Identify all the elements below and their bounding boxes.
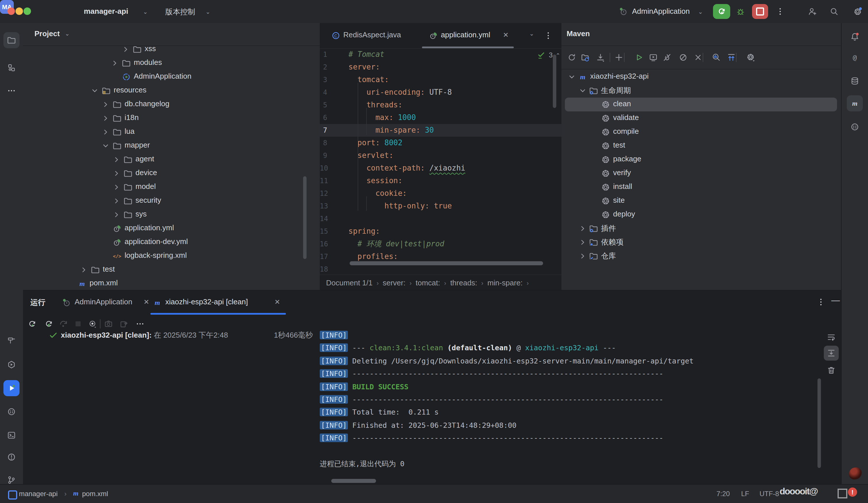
maven-tree-item[interactable]: package — [561, 153, 841, 166]
build-icon[interactable] — [3, 332, 20, 349]
code-line[interactable]: 4 uri-encoding: UTF-8 — [320, 86, 561, 99]
play-button[interactable] — [634, 53, 643, 62]
code-line[interactable]: 11 session: — [320, 175, 561, 187]
maven-tree-item[interactable]: test — [561, 139, 841, 153]
chevron-right-icon[interactable] — [79, 265, 89, 275]
gradle-icon[interactable] — [847, 119, 863, 135]
status-file[interactable]: pom.xml — [82, 490, 108, 498]
stop-sq-button[interactable] — [73, 319, 83, 328]
code-line[interactable]: 2server: — [320, 61, 561, 73]
coverage-icon[interactable] — [3, 404, 20, 420]
tree-item[interactable]: mpom.xml — [23, 277, 320, 290]
line-separator[interactable]: LF — [741, 490, 749, 498]
plus-button[interactable] — [614, 53, 623, 62]
analyze-button[interactable] — [712, 53, 721, 62]
chevron-right-icon[interactable] — [121, 46, 130, 54]
tree-item[interactable]: mapper — [23, 139, 320, 153]
close-button[interactable] — [693, 53, 703, 62]
maven-tree-item[interactable]: 插件 — [561, 222, 841, 235]
code-line[interactable]: 6 max: 1000 — [320, 111, 561, 124]
breadcrumb-item[interactable]: server: — [383, 278, 405, 287]
maven-tree-item[interactable]: validate — [561, 111, 841, 125]
breadcrumb-item[interactable]: min-spare: — [487, 278, 523, 287]
chevron-right-icon[interactable] — [101, 100, 110, 109]
more-actions-button[interactable] — [776, 7, 785, 16]
chevron-right-icon[interactable] — [101, 127, 110, 137]
project-panel-title[interactable]: Project — [34, 29, 60, 38]
chevron-down-icon[interactable] — [567, 72, 576, 82]
breadcrumb[interactable]: Document 1/1›server:›tomcat:›threads:›mi… — [320, 275, 561, 290]
add-user-button[interactable] — [808, 7, 817, 16]
tree-item[interactable]: lua — [23, 125, 320, 139]
chevron-right-icon[interactable] — [578, 224, 587, 233]
vcs-menu[interactable]: 版本控制 — [165, 7, 195, 17]
chevron-down-icon[interactable] — [90, 86, 99, 95]
soft-wrap-button[interactable] — [824, 330, 839, 345]
editor-tabs-options-button[interactable] — [544, 31, 553, 40]
run-panel-options-button[interactable] — [816, 297, 826, 307]
tree-item[interactable]: agent — [23, 153, 320, 166]
console-horizontal-scrollbar[interactable] — [331, 479, 376, 483]
tree-item[interactable]: resources — [23, 84, 320, 97]
run-tab-active[interactable]: m xiaozhi-esp32-api [clean] ✕ — [151, 290, 286, 315]
structure-tool-icon[interactable] — [3, 60, 20, 76]
code-line[interactable]: 16 # 环境 dev|test|prod — [320, 238, 561, 250]
run-config-selector[interactable]: AdminApplication — [632, 7, 690, 16]
settings-button[interactable] — [853, 7, 862, 16]
maven-tree-item[interactable]: deploy — [561, 208, 841, 222]
skip-tests-button[interactable] — [662, 53, 672, 62]
console-output[interactable]: [INFO][INFO] --- clean:3.4.1:clean (defa… — [320, 329, 818, 478]
scroll-to-end-button[interactable] — [824, 346, 839, 361]
clear-console-button[interactable] — [824, 363, 839, 378]
code-line[interactable]: 13 http-only: true — [320, 200, 561, 213]
chevron-right-icon[interactable] — [112, 210, 121, 219]
tree-item[interactable]: i18n — [23, 111, 320, 125]
run-summary-row[interactable]: xiaozhi-esp32-api [clean]: 在 2025/6/23 下… — [23, 328, 320, 342]
run-tab[interactable]: AdminApplication ✕ — [58, 290, 149, 315]
code-line[interactable]: 1# Tomcat — [320, 48, 561, 61]
gear-menu-button[interactable] — [746, 53, 755, 62]
tree-item[interactable]: AdminApplication — [23, 70, 320, 84]
rerun-button[interactable] — [28, 319, 37, 328]
tree-item[interactable]: security — [23, 194, 320, 208]
code-line[interactable]: 15spring: — [320, 225, 561, 238]
more-button[interactable] — [135, 319, 145, 328]
tree-item[interactable]: </>logback-spring.xml — [23, 249, 320, 263]
chevron-right-icon[interactable] — [110, 59, 120, 68]
close-tab-icon[interactable]: ✕ — [144, 298, 149, 306]
maven-tool-icon[interactable]: m — [847, 95, 863, 111]
tree-item[interactable]: application.yml — [23, 222, 320, 235]
search-everywhere-button[interactable] — [829, 7, 839, 16]
export-button[interactable] — [120, 319, 128, 328]
chevron-right-icon[interactable] — [112, 169, 121, 178]
chevron-right-icon[interactable] — [112, 183, 121, 192]
chevron-down-icon[interactable] — [101, 141, 110, 151]
maven-tree-item[interactable]: 仓库 — [561, 249, 841, 263]
editor-tab[interactable]: C RedisAspect.java — [324, 23, 417, 48]
minimize-window-button[interactable] — [16, 8, 23, 15]
tree-item[interactable]: db.changelog — [23, 97, 320, 111]
expand-button[interactable] — [727, 53, 736, 62]
terminal-icon[interactable] — [3, 427, 20, 443]
services-icon[interactable] — [3, 357, 20, 373]
code-line[interactable]: 10 context-path: /xiaozhi — [320, 162, 561, 175]
ai-assistant-icon[interactable]: @ — [847, 49, 863, 65]
more-tools-icon[interactable] — [3, 83, 20, 99]
resume-button[interactable] — [59, 319, 68, 328]
editor-tab-active[interactable]: application.yml ✕ — [422, 23, 514, 48]
status-project[interactable]: manager-api — [19, 490, 58, 498]
camera-button[interactable] — [104, 319, 113, 328]
rerun-button[interactable] — [713, 4, 730, 19]
chevron-right-icon[interactable] — [112, 196, 121, 206]
console-vertical-scrollbar[interactable] — [817, 378, 821, 468]
tree-item[interactable]: modules — [23, 56, 320, 70]
maven-tree-item[interactable]: verify — [561, 166, 841, 180]
zoom-window-button[interactable] — [23, 8, 31, 15]
maven-tree-item[interactable]: clean — [561, 97, 841, 111]
code-line[interactable]: 12 cookie: — [320, 187, 561, 200]
close-tab-icon[interactable]: ✕ — [503, 31, 509, 39]
reload-mvn-button[interactable] — [581, 53, 590, 62]
tree-item[interactable]: application-dev.yml — [23, 235, 320, 249]
breadcrumb-item[interactable]: Document 1/1 — [326, 278, 373, 287]
maven-tree-item[interactable]: install — [561, 180, 841, 194]
